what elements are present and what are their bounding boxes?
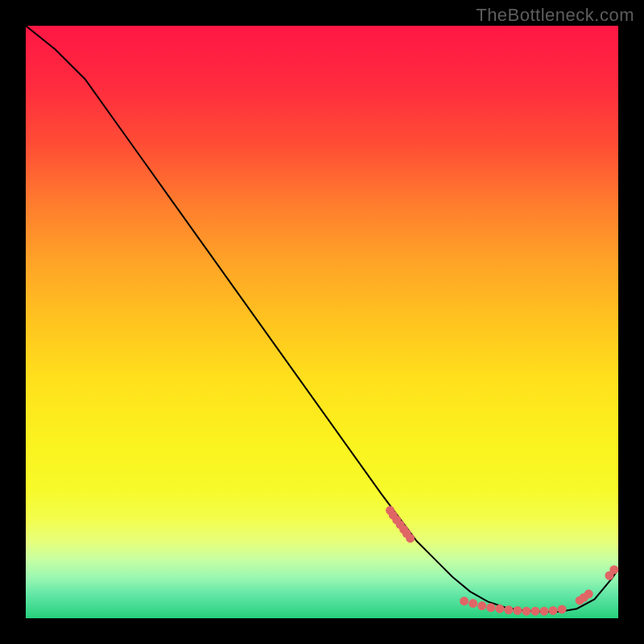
data-point [558, 605, 567, 613]
data-point [584, 589, 593, 598]
plot-background [26, 26, 618, 618]
chart-svg [0, 0, 644, 644]
data-point [495, 605, 504, 613]
data-point [513, 606, 522, 615]
data-point [406, 534, 415, 543]
data-point [530, 607, 539, 616]
watermark-text: TheBottleneck.com [476, 5, 634, 26]
data-point [469, 599, 477, 608]
data-point [504, 605, 513, 614]
data-point [522, 607, 530, 616]
chart-container: TheBottleneck.com [0, 0, 644, 644]
data-point [486, 603, 495, 612]
data-point [477, 601, 486, 610]
data-point [549, 606, 558, 615]
data-point [609, 565, 618, 574]
data-point [540, 607, 549, 616]
data-point [460, 597, 469, 605]
